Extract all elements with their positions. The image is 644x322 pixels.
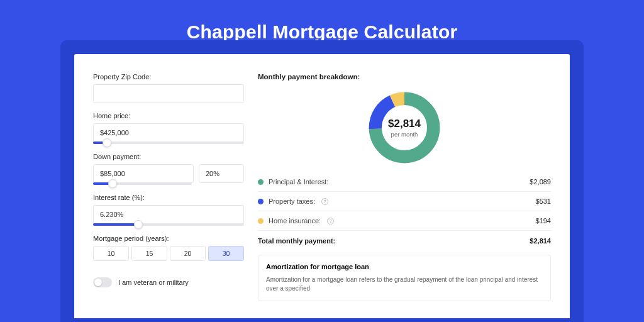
legend-label: Principal & Interest:	[269, 178, 328, 186]
donut-value: $2,814	[388, 118, 421, 130]
rate-slider-fill	[93, 223, 138, 226]
legend-dot	[258, 218, 264, 224]
breakdown-panel: Monthly payment breakdown: $2,814 per mo…	[258, 73, 551, 318]
veteran-toggle[interactable]	[93, 277, 112, 287]
price-slider-thumb[interactable]	[103, 138, 111, 147]
veteran-toggle-knob	[94, 279, 102, 286]
down-label: Down payment:	[93, 153, 244, 160]
zip-field: Property Zip Code:	[93, 73, 244, 103]
rate-slider-thumb[interactable]	[134, 220, 143, 229]
down-slider[interactable]	[93, 182, 192, 185]
down-field: Down payment:	[93, 153, 244, 185]
legend-label: Home insurance:	[269, 217, 321, 225]
breakdown-title: Monthly payment breakdown:	[258, 73, 551, 80]
legend-row: Property taxes:?$531	[258, 192, 551, 211]
total-row: Total monthly payment: $2,814	[258, 231, 551, 251]
down-pct-input[interactable]	[199, 164, 244, 183]
rate-field: Interest rate (%):	[93, 194, 244, 226]
payment-donut-chart: $2,814 per month	[366, 89, 443, 166]
donut-wrap: $2,814 per month	[258, 89, 551, 166]
inputs-panel: Property Zip Code: Home price: Down paym…	[93, 73, 244, 318]
amortization-title: Amortization for mortgage loan	[266, 263, 543, 270]
price-slider[interactable]	[93, 142, 244, 144]
down-slider-thumb[interactable]	[108, 179, 117, 188]
legend-row: Home insurance:?$194	[258, 211, 551, 230]
price-field: Home price:	[93, 112, 244, 144]
legend-value: $194	[536, 217, 551, 225]
price-label: Home price:	[93, 112, 244, 119]
zip-input[interactable]	[93, 84, 244, 103]
period-btn-15[interactable]: 15	[131, 246, 167, 261]
veteran-row: I am veteran or military	[93, 277, 244, 287]
amortization-text: Amortization for a mortgage loan refers …	[266, 275, 543, 293]
rate-slider[interactable]	[93, 223, 244, 226]
amortization-card: Amortization for mortgage loan Amortizat…	[258, 255, 551, 301]
donut-center: $2,814 per month	[366, 89, 443, 166]
period-btn-10[interactable]: 10	[93, 246, 129, 261]
legend: Principal & Interest:$2,089Property taxe…	[258, 172, 551, 230]
period-field: Mortgage period (years): 10152030	[93, 235, 244, 261]
legend-value: $2,089	[530, 178, 551, 186]
period-btn-30[interactable]: 30	[208, 246, 244, 261]
legend-dot	[258, 199, 264, 204]
period-label: Mortgage period (years):	[93, 235, 244, 242]
down-amount-input[interactable]	[93, 164, 194, 183]
page-title: Chappell Mortgage Calculator	[187, 21, 458, 43]
info-icon[interactable]: ?	[327, 218, 334, 225]
period-buttons: 10152030	[93, 246, 244, 261]
rate-input[interactable]	[93, 205, 244, 224]
period-btn-20[interactable]: 20	[170, 246, 206, 261]
info-icon[interactable]: ?	[321, 198, 328, 205]
legend-row: Principal & Interest:$2,089	[258, 172, 551, 191]
legend-label: Property taxes:	[269, 197, 315, 205]
legend-dot	[258, 179, 264, 185]
price-input[interactable]	[93, 123, 244, 142]
calculator-card: Property Zip Code: Home price: Down paym…	[74, 54, 570, 318]
legend-value: $531	[536, 197, 551, 205]
veteran-label: I am veteran or military	[118, 279, 189, 286]
total-label: Total monthly payment:	[258, 237, 335, 245]
rate-label: Interest rate (%):	[93, 194, 244, 201]
zip-label: Property Zip Code:	[93, 73, 244, 80]
donut-sublabel: per month	[391, 131, 418, 138]
total-value: $2,814	[530, 237, 551, 245]
